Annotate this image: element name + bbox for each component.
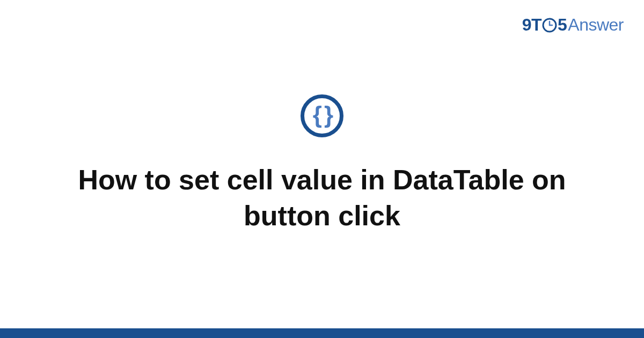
footer-accent-bar <box>0 328 644 338</box>
code-braces-icon: { } <box>313 103 331 127</box>
main-content: { } How to set cell value in DataTable o… <box>0 0 644 328</box>
page-title: How to set cell value in DataTable on bu… <box>54 162 590 233</box>
topic-icon-circle: { } <box>301 94 343 137</box>
